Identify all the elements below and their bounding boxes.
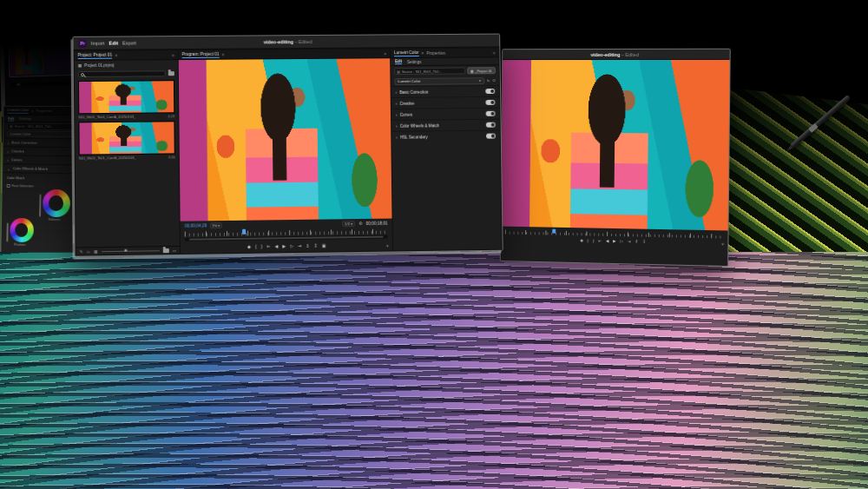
tab-program[interactable]: Program: Project 01 bbox=[182, 51, 220, 57]
section-creative[interactable]: › Creative bbox=[391, 96, 500, 109]
extract-button[interactable]: ↧ bbox=[641, 240, 647, 244]
transport-controls: ◆ { } ⇤ ◀ ▶ ▷ ⇥ ↥ ↧ ▣ + bbox=[181, 239, 392, 253]
pencil-icon[interactable]: ✎ bbox=[80, 249, 83, 254]
breadcrumb-text: Project 01.prproj bbox=[84, 63, 114, 67]
premiere-second-window: video-editing – Edited ◆ { } ⇤ ◀ ▶ ▷ ⇥ ↥… bbox=[500, 49, 731, 267]
current-timecode[interactable]: 00;00;04;29 bbox=[185, 223, 207, 228]
preset-dropdown[interactable]: Lumetri Color ▾ bbox=[394, 77, 484, 85]
go-to-out-button[interactable]: ⇥ bbox=[297, 244, 302, 248]
sequence-chip[interactable]: ▦ _Project 01 bbox=[467, 67, 496, 74]
export-frame-button[interactable]: ▣ bbox=[321, 244, 327, 248]
clip-name: S01_Sh01_Tk04_CamA_20250103_ bbox=[78, 115, 135, 120]
program-video-frame bbox=[501, 60, 729, 231]
window-title: video-editing – Edited bbox=[74, 38, 500, 46]
clip-thumbnail[interactable] bbox=[78, 121, 174, 155]
lumetri-color-panel: Lumetri Color × Properties » Edit Settin… bbox=[391, 48, 502, 250]
sequence-chip-label: _Project 01 bbox=[475, 69, 491, 73]
section-label: Creative bbox=[399, 101, 483, 106]
playhead[interactable] bbox=[242, 229, 246, 235]
mark-out-button[interactable]: } bbox=[592, 239, 595, 242]
program-monitor bbox=[179, 58, 392, 221]
panel-menu-icon[interactable]: » bbox=[384, 50, 386, 56]
step-forward-button[interactable]: ▷ bbox=[620, 240, 624, 244]
menu-import[interactable]: Import bbox=[91, 41, 105, 46]
lift-button[interactable]: ↥ bbox=[635, 240, 640, 244]
premiere-main-window: Pr Import Edit Export video-editing – Ed… bbox=[72, 34, 503, 257]
step-forward-button[interactable]: ▷ bbox=[289, 244, 294, 248]
section-curves[interactable]: › Curves bbox=[391, 108, 500, 120]
trash-icon[interactable]: ▭ bbox=[173, 248, 176, 252]
add-marker-button[interactable]: ◆ bbox=[247, 245, 252, 249]
toggle-switch[interactable] bbox=[485, 89, 495, 94]
toggle-switch[interactable] bbox=[486, 134, 496, 139]
clip-thumb-image bbox=[79, 81, 174, 113]
play-button[interactable]: ▶ bbox=[281, 244, 286, 248]
chevron-right-icon: › bbox=[396, 112, 398, 117]
mark-in-button[interactable]: { bbox=[254, 245, 258, 249]
toggle-switch[interactable] bbox=[485, 100, 495, 105]
chevron-right-icon: › bbox=[396, 135, 398, 140]
source-clip-field[interactable]: ▤ Source · S01_Sh01_Tk0... bbox=[394, 67, 465, 75]
clip-thumbnail[interactable] bbox=[78, 80, 174, 114]
stage: Pr Import Edit Export video-editing – Ed… bbox=[0, 0, 868, 489]
resolution-dropdown[interactable]: 1/2 ▾ bbox=[342, 221, 355, 227]
clip-name: S01_Sh02_Tk01_CamB_20250103_ bbox=[79, 155, 136, 161]
search-input[interactable] bbox=[78, 70, 166, 77]
project-clip-card[interactable]: S01_Sh02_Tk01_CamB_20250103_ 3;35 bbox=[78, 121, 174, 161]
lift-button[interactable]: ↥ bbox=[305, 244, 310, 248]
search-row bbox=[75, 69, 178, 79]
step-back-button[interactable]: ◀ bbox=[274, 244, 279, 248]
search-icon bbox=[81, 72, 84, 76]
section-basic-correction[interactable]: › Basic Correction bbox=[391, 85, 500, 97]
mark-out-button[interactable]: } bbox=[260, 245, 264, 249]
toggle-switch[interactable] bbox=[486, 122, 496, 128]
project-clip-card[interactable]: S01_Sh01_Tk04_CamA_20250103_ 4;29 bbox=[78, 80, 174, 120]
add-button[interactable]: + bbox=[721, 241, 725, 246]
fit-dropdown[interactable]: Fit ▾ bbox=[210, 222, 222, 228]
subtab-edit[interactable]: Edit bbox=[395, 59, 402, 64]
play-button[interactable]: ▶ bbox=[612, 240, 616, 244]
chevron-down-icon: ▾ bbox=[218, 223, 220, 228]
clip-duration: 3;35 bbox=[168, 155, 175, 159]
menu-edit[interactable]: Edit bbox=[109, 41, 119, 46]
fx-icon[interactable]: fx bbox=[487, 78, 490, 83]
close-icon[interactable]: × bbox=[421, 50, 424, 56]
list-view-icon[interactable]: ≔ bbox=[87, 249, 91, 254]
tab-project[interactable]: Project: Project 01 bbox=[78, 52, 113, 58]
step-back-button[interactable]: ◀ bbox=[605, 240, 609, 244]
go-to-in-button[interactable]: ⇤ bbox=[266, 244, 271, 248]
new-bin-icon[interactable] bbox=[168, 71, 174, 76]
duration-timecode: 00;00;18;01 bbox=[365, 221, 387, 225]
clip-caption: S01_Sh01_Tk04_CamA_20250103_ 4;29 bbox=[78, 113, 174, 120]
panel-menu-icon[interactable]: » bbox=[493, 50, 496, 55]
go-to-out-button[interactable]: ⇥ bbox=[627, 240, 632, 244]
add-marker-button[interactable]: ◆ bbox=[579, 239, 583, 242]
eye-icon[interactable]: ⊙ bbox=[492, 78, 496, 83]
tab-properties[interactable]: Properties bbox=[426, 50, 445, 55]
close-icon[interactable]: × bbox=[221, 52, 224, 57]
playhead[interactable] bbox=[552, 229, 556, 234]
grid-icon: ▦ bbox=[78, 63, 82, 67]
add-button[interactable]: + bbox=[385, 242, 389, 248]
section-color-wheels-match[interactable]: › Color Wheels & Match bbox=[391, 119, 500, 131]
extract-button[interactable]: ↧ bbox=[313, 244, 319, 248]
mark-in-button[interactable]: { bbox=[587, 239, 589, 242]
main-body: Project: Project 01 × » ▦ Project 01.prp… bbox=[74, 47, 503, 255]
go-to-in-button[interactable]: ⇤ bbox=[597, 239, 602, 243]
toggle-switch[interactable] bbox=[486, 111, 496, 116]
tab-lumetri-color[interactable]: Lumetri Color bbox=[394, 50, 419, 56]
menu-export[interactable]: Export bbox=[122, 40, 136, 45]
zoom-slider[interactable] bbox=[102, 250, 160, 252]
close-icon[interactable]: × bbox=[115, 53, 117, 58]
section-hsl-secondary[interactable]: › HSL Secondary bbox=[391, 130, 500, 142]
grid-view-icon[interactable]: ▦ bbox=[94, 249, 97, 254]
settings-wrench-icon[interactable]: ⚙ bbox=[358, 221, 363, 226]
section-label: HSL Secondary bbox=[400, 134, 483, 139]
chevron-down-icon: ▾ bbox=[479, 78, 481, 83]
fit-label: Fit bbox=[213, 223, 217, 228]
chevron-right-icon: › bbox=[396, 89, 398, 95]
window-title-status: – Edited bbox=[621, 51, 639, 56]
panel-menu-icon[interactable]: » bbox=[172, 52, 174, 57]
subtab-settings[interactable]: Settings bbox=[407, 59, 421, 63]
new-bin-icon[interactable] bbox=[162, 248, 168, 253]
